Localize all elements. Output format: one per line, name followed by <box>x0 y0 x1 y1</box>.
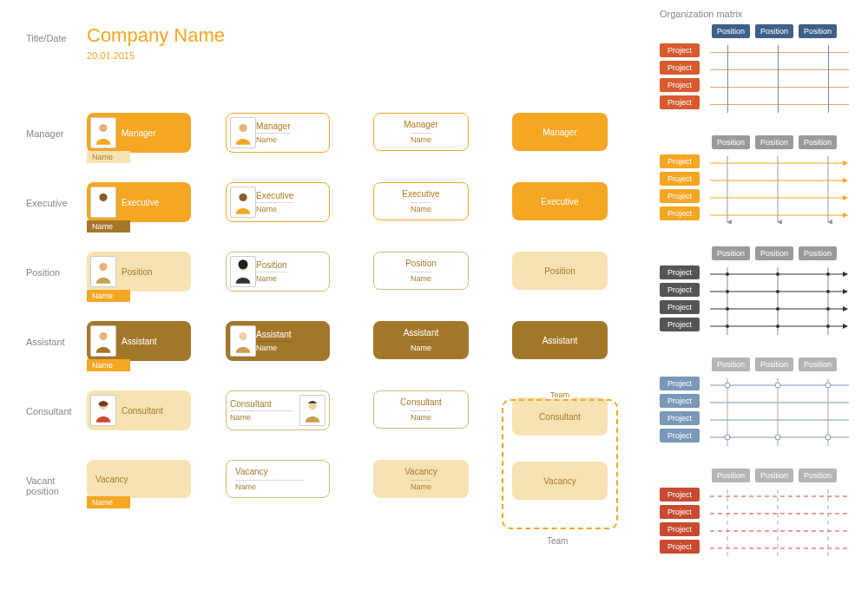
card-consultant-photo-outline[interactable]: ConsultantName <box>226 390 330 430</box>
card-name: Name <box>411 480 431 491</box>
svg-point-26 <box>776 272 779 276</box>
card-role: Position <box>544 266 575 276</box>
card-consultant-photo-filled[interactable]: Consultant <box>87 390 191 430</box>
card-executive-text-outline[interactable]: ExecutiveName <box>373 182 469 220</box>
card-role: Executive <box>256 191 293 200</box>
card-consultant-text-outline[interactable]: ConsultantName <box>373 390 469 429</box>
card-name: Name <box>256 202 293 213</box>
matrix-section-title: Organization matrix <box>660 9 859 19</box>
card-assistant-text-outline[interactable]: AssistantName <box>373 321 469 359</box>
card-name-tag: Name <box>87 496 130 508</box>
svg-point-3 <box>239 193 247 201</box>
card-role: Vacancy <box>95 475 128 484</box>
company-date: 20.01.2015 <box>87 50 225 61</box>
project-tag: Project <box>660 394 700 408</box>
card-role: Executive <box>541 197 578 206</box>
card-position-photo-outline[interactable]: PositionName <box>226 252 330 292</box>
card-role: Manager <box>256 121 290 131</box>
avatar-icon <box>230 325 256 357</box>
project-tag: Project <box>660 505 700 519</box>
position-tag: Position <box>799 246 837 260</box>
project-tag: Project <box>660 172 700 186</box>
matrix-grid <box>710 156 849 224</box>
card-position-photo-filled[interactable]: Position Name <box>87 252 191 292</box>
card-name: Name <box>411 410 431 422</box>
matrix-grid <box>710 489 849 557</box>
position-tag: Position <box>755 469 793 482</box>
project-tag: Project <box>660 540 700 554</box>
card-name-tag: Name <box>87 290 130 302</box>
matrix-3[interactable]: Position Position Position Project Proje… <box>660 246 859 342</box>
avatar-icon <box>230 256 256 287</box>
card-name-tag: Name <box>87 359 130 371</box>
team-label-bottom: Team <box>547 536 568 546</box>
position-tag: Position <box>712 24 750 38</box>
card-role: Position <box>122 267 187 277</box>
project-tag: Project <box>660 411 700 425</box>
matrix-4[interactable]: Position Position Position Project Proje… <box>660 357 859 453</box>
project-tag: Project <box>660 300 700 314</box>
matrix-1[interactable]: Position Position Position Project Proje… <box>660 24 859 120</box>
card-role: Executive <box>402 189 439 199</box>
card-vacancy-outline[interactable]: VacancyName <box>226 460 330 498</box>
card-role: Consultant <box>122 406 187 416</box>
svg-point-0 <box>99 124 107 132</box>
card-role: Executive <box>122 198 187 207</box>
svg-point-49 <box>825 435 831 440</box>
card-role: Position <box>256 260 287 270</box>
position-tag: Position <box>755 357 793 371</box>
card-manager-text-filled[interactable]: Manager <box>512 113 608 151</box>
card-manager-photo-filled[interactable]: Manager Name <box>87 113 191 153</box>
card-position-text-filled[interactable]: Position <box>512 252 608 290</box>
card-role: Consultant <box>230 399 294 409</box>
svg-point-7 <box>99 332 107 340</box>
matrix-5[interactable]: Position Position Position Project Proje… <box>660 469 859 564</box>
avatar-icon <box>90 187 116 218</box>
card-executive-text-filled[interactable]: Executive <box>512 182 608 220</box>
project-tag: Project <box>660 266 700 279</box>
card-name: Name <box>256 341 292 352</box>
card-manager-text-outline[interactable]: ManagerName <box>373 113 469 151</box>
card-name: Name <box>230 410 294 422</box>
card-name-tag: Name <box>87 151 130 163</box>
svg-point-1 <box>239 124 247 132</box>
card-vacancy-filled[interactable]: Vacancy Name <box>87 460 191 498</box>
row-label: Manager <box>26 128 87 139</box>
svg-point-8 <box>239 332 247 340</box>
row-label: Assistant <box>26 337 87 347</box>
svg-point-4 <box>99 263 107 271</box>
card-name: Name <box>411 133 431 144</box>
card-vacancy-text-cream[interactable]: VacancyName <box>373 460 469 498</box>
svg-point-36 <box>826 324 830 328</box>
project-tag: Project <box>660 61 700 75</box>
project-tag: Project <box>660 283 700 297</box>
card-executive-photo-filled[interactable]: Executive Name <box>87 182 191 222</box>
company-name: Company Name <box>87 24 225 47</box>
team-group-box[interactable] <box>502 399 618 529</box>
svg-point-46 <box>825 383 831 388</box>
svg-point-45 <box>775 383 780 388</box>
card-executive-photo-outline[interactable]: ExecutiveName <box>226 182 330 222</box>
card-assistant-photo-filled[interactable]: Assistant Name <box>87 321 191 361</box>
card-position-text-outline[interactable]: PositionName <box>373 252 469 290</box>
card-name: Name <box>256 272 287 283</box>
card-role: Manager <box>542 128 576 137</box>
svg-point-30 <box>826 290 830 293</box>
svg-point-27 <box>826 272 830 276</box>
title-date-label: Title/Date <box>26 33 67 43</box>
project-tag: Project <box>660 78 700 92</box>
card-name: Name <box>411 202 431 213</box>
svg-point-48 <box>775 435 780 440</box>
position-tag: Position <box>799 135 837 149</box>
card-manager-photo-outline[interactable]: ManagerName <box>226 113 330 153</box>
matrix-2[interactable]: Position Position Position Project Proje… <box>660 135 859 231</box>
card-role: Vacancy <box>235 467 268 476</box>
card-name: Name <box>411 272 431 283</box>
card-assistant-photo-outline[interactable]: AssistantName <box>226 321 330 361</box>
svg-point-2 <box>99 193 107 201</box>
project-tag: Project <box>660 154 700 168</box>
team-label-top: Team <box>547 390 573 399</box>
position-tag: Position <box>712 469 750 482</box>
avatar-icon <box>230 117 256 148</box>
card-assistant-text-filled[interactable]: Assistant <box>512 321 608 359</box>
